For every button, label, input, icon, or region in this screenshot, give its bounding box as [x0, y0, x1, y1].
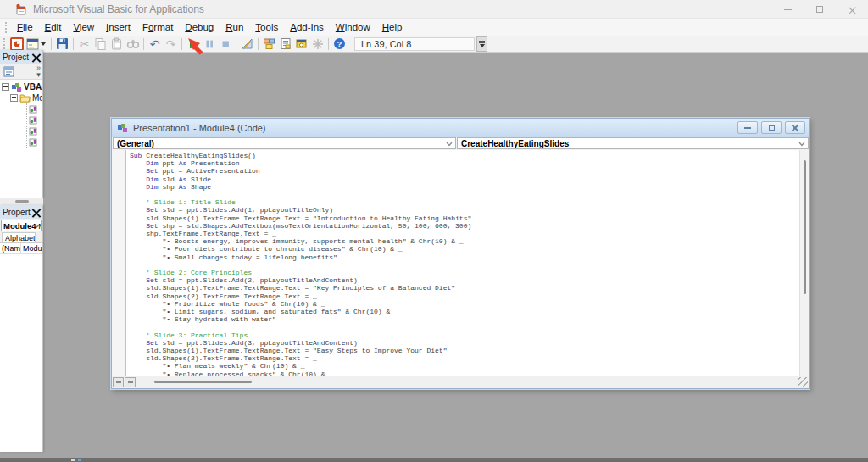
- reset-button[interactable]: [217, 36, 233, 52]
- tree-item[interactable]: [0, 103, 42, 114]
- panel-splitter[interactable]: [0, 198, 43, 205]
- tree-guide-line: [26, 103, 27, 148]
- menu-view[interactable]: View: [67, 20, 100, 34]
- project-panel-header[interactable]: Project - VBAProject: [0, 50, 42, 64]
- code-line: ' Slide 1: Title Slide: [130, 198, 799, 206]
- line-column-indicator: Ln 39, Col 8: [354, 37, 475, 51]
- menu-bar: FileEditViewInsertFormatDebugRunToolsAdd…: [0, 19, 868, 36]
- menu-debug[interactable]: Debug: [179, 20, 220, 34]
- taskbar-icon: [71, 459, 75, 461]
- collapse-icon[interactable]: [10, 94, 18, 102]
- toolbar-separator: [236, 38, 236, 50]
- code-minimize-button[interactable]: [737, 121, 758, 134]
- cut-button[interactable]: ✂: [76, 36, 92, 52]
- chevron-down-icon: [446, 142, 453, 147]
- full-module-view-button[interactable]: [125, 377, 136, 387]
- paste-button[interactable]: [108, 36, 125, 52]
- properties-object-dropdown[interactable]: Module4 Module: [1, 220, 42, 231]
- property-name-cell: (Name): [0, 243, 21, 253]
- vba-project-icon: [11, 82, 22, 92]
- toolbar-options-button[interactable]: [476, 36, 487, 52]
- copy-button[interactable]: [92, 36, 108, 52]
- menu-help[interactable]: Help: [376, 20, 409, 34]
- insert-userform-button[interactable]: [25, 36, 41, 52]
- maximize-button[interactable]: [804, 0, 836, 19]
- project-toolbar-overflow-button[interactable]: »▾: [36, 64, 41, 78]
- code-line: Dim ppt As Presentation: [130, 159, 799, 167]
- code-line: "• Prioritize whole foods" & Chr(10) & _: [130, 300, 799, 308]
- procedure-dropdown-value: CreateHealthyEatingSlides: [461, 139, 569, 148]
- tab-alphabetic[interactable]: Alphabetic: [2, 232, 36, 242]
- view-powerpoint-button[interactable]: [8, 36, 25, 52]
- tree-item[interactable]: VBAProject: [0, 81, 42, 92]
- design-mode-button[interactable]: [239, 36, 255, 52]
- code-line: Set sld = ppt.Slides.Add(1, ppLayoutTitl…: [130, 206, 799, 214]
- tree-item[interactable]: [0, 114, 42, 125]
- break-button[interactable]: [201, 36, 217, 52]
- collapse-icon[interactable]: [2, 83, 9, 91]
- properties-panel-header[interactable]: Properties - Module4: [0, 205, 42, 219]
- insert-object-dropdown-arrow[interactable]: [41, 42, 46, 46]
- copy-icon: [94, 37, 107, 50]
- code-line: [130, 191, 799, 198]
- close-button[interactable]: [836, 0, 868, 19]
- code-content[interactable]: Sub CreateHealthyEatingSlides() Dim ppt …: [126, 150, 799, 376]
- redo-icon: ↷: [166, 38, 176, 50]
- minimize-icon: [744, 127, 751, 129]
- minimize-button[interactable]: [771, 0, 804, 19]
- save-button[interactable]: [54, 36, 70, 52]
- restore-icon: [769, 125, 775, 131]
- menu-run[interactable]: Run: [220, 20, 249, 34]
- tree-item[interactable]: [0, 125, 42, 136]
- redo-button[interactable]: ↷: [163, 36, 179, 52]
- menu-insert[interactable]: Insert: [100, 20, 136, 34]
- project-explorer-button[interactable]: [261, 36, 277, 52]
- tree-item[interactable]: [0, 136, 42, 148]
- code-line: Set sld = ppt.Slides.Add(3, ppLayoutTitl…: [130, 339, 799, 347]
- code-window-title-bar[interactable]: Presentation1 - Module4 (Code): [112, 119, 809, 137]
- toolbox-button[interactable]: [309, 36, 326, 52]
- properties-object-name: Module4: [3, 221, 36, 231]
- run-button[interactable]: [185, 36, 201, 52]
- code-close-button[interactable]: [785, 121, 805, 134]
- object-browser-button[interactable]: [293, 36, 309, 52]
- object-browser-icon: [295, 37, 308, 50]
- menu-file[interactable]: File: [11, 20, 39, 34]
- object-dropdown[interactable]: (General): [113, 137, 456, 149]
- code-editor-body: Sub CreateHealthyEatingSlides() Dim ppt …: [112, 150, 809, 376]
- tree-item[interactable]: Modules: [0, 92, 42, 103]
- menu-window[interactable]: Window: [330, 20, 376, 34]
- code-window: Presentation1 - Module4 (Code) (General)…: [111, 118, 810, 389]
- code-line: shp.TextFrame.TextRange.Text = _: [130, 230, 799, 237]
- properties-window-button[interactable]: [277, 36, 293, 52]
- properties-close-icon[interactable]: [31, 208, 41, 217]
- reset-icon: [220, 38, 231, 50]
- horizontal-scrollbar-thumb[interactable]: [154, 381, 252, 383]
- horizontal-scrollbar[interactable]: [136, 376, 798, 388]
- menu-addins[interactable]: Add-Ins: [284, 20, 330, 34]
- module-icon: [29, 138, 37, 147]
- insert-userform-icon: [26, 38, 39, 50]
- help-button[interactable]: ?: [331, 36, 348, 52]
- project-tree[interactable]: VBAProjectModules: [0, 80, 42, 198]
- menu-edit[interactable]: Edit: [39, 20, 68, 34]
- view-code-icon[interactable]: [3, 66, 14, 77]
- undo-button[interactable]: ↶: [147, 36, 163, 52]
- code-line: sld.Shapes(1).TextFrame.TextRange.Text =…: [130, 214, 799, 222]
- menu-format[interactable]: Format: [136, 20, 179, 34]
- property-row[interactable]: (Name) Module4: [0, 243, 42, 254]
- resize-grip[interactable]: [798, 377, 808, 387]
- menu-tools[interactable]: Tools: [249, 20, 284, 34]
- code-restore-button[interactable]: [761, 121, 782, 134]
- view-powerpoint-icon: [10, 37, 24, 51]
- vertical-scrollbar-thumb[interactable]: [804, 160, 806, 294]
- procedure-view-button[interactable]: [113, 377, 124, 387]
- project-explorer-icon: [263, 37, 275, 50]
- find-button[interactable]: [125, 36, 141, 52]
- project-close-icon[interactable]: [31, 53, 41, 62]
- code-line: ' Slide 2: Core Principles: [130, 269, 799, 276]
- vertical-scrollbar[interactable]: [799, 150, 809, 376]
- procedure-dropdown[interactable]: CreateHealthyEatingSlides: [457, 137, 809, 149]
- close-icon: [849, 6, 856, 14]
- properties-panel-title: Properties - Module4: [3, 208, 31, 217]
